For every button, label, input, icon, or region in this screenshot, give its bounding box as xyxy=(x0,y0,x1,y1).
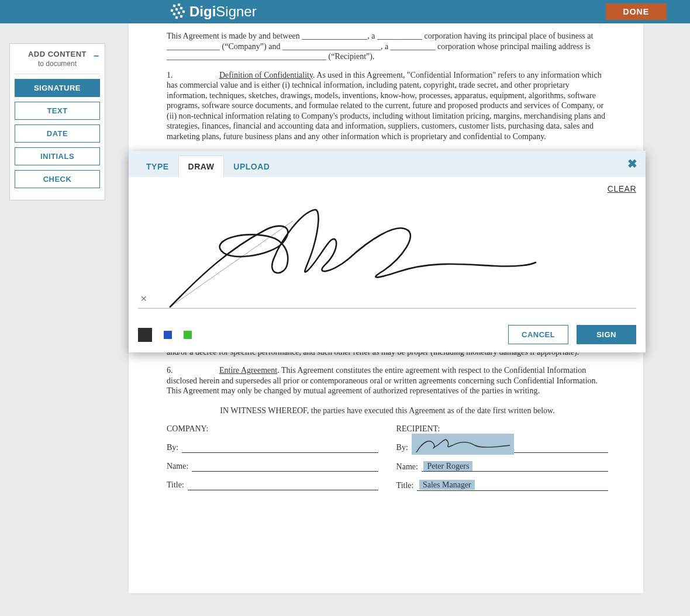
modal-tabs: TYPE DRAW UPLOAD ✖ xyxy=(129,151,646,177)
cancel-button[interactable]: CANCEL xyxy=(508,325,568,344)
modal-footer: CANCEL SIGN xyxy=(129,319,646,352)
sign-button[interactable]: SIGN xyxy=(577,325,636,344)
color-swatch-green[interactable] xyxy=(184,331,192,339)
close-icon[interactable]: ✖ xyxy=(627,157,637,171)
modal-overlay: TYPE DRAW UPLOAD ✖ CLEAR ✕ CANCEL SIGN xyxy=(0,0,690,616)
baseline-x-icon: ✕ xyxy=(140,294,147,303)
tab-upload[interactable]: UPLOAD xyxy=(224,156,279,177)
tab-draw[interactable]: DRAW xyxy=(178,155,225,177)
drawn-signature-icon xyxy=(138,195,635,309)
color-swatch-black[interactable] xyxy=(138,328,152,342)
modal-body: CLEAR ✕ xyxy=(129,177,646,319)
tab-type[interactable]: TYPE xyxy=(137,156,178,177)
signature-modal: TYPE DRAW UPLOAD ✖ CLEAR ✕ CANCEL SIGN xyxy=(129,151,646,352)
signature-canvas[interactable]: ✕ xyxy=(138,195,636,309)
color-swatch-blue[interactable] xyxy=(164,331,172,339)
clear-button[interactable]: CLEAR xyxy=(138,182,636,195)
